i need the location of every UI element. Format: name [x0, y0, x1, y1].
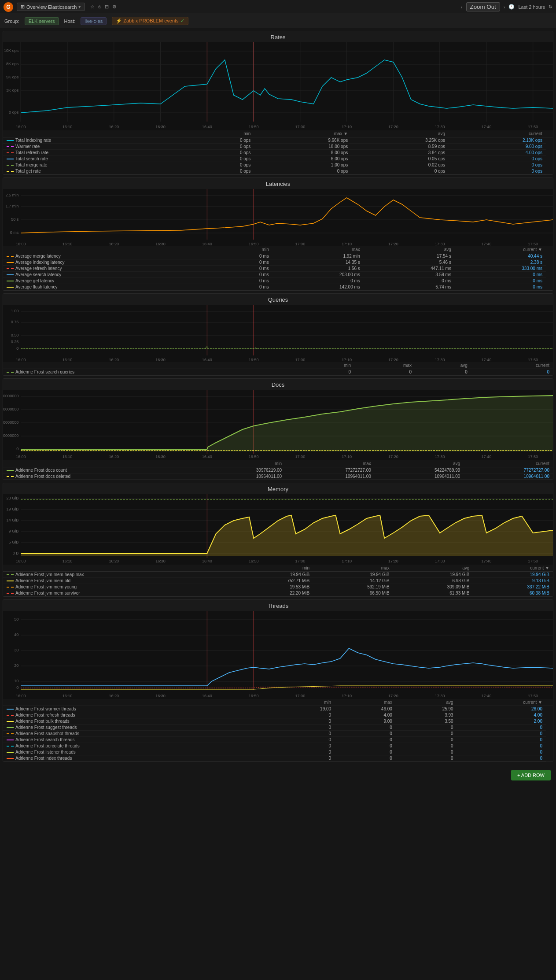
svg-text:17:00: 17:00: [295, 559, 306, 563]
star-icon[interactable]: ☆: [90, 4, 95, 10]
legend-label: Total search rate: [3, 156, 190, 162]
svg-text:17:10: 17:10: [342, 694, 352, 698]
legend-row: Average get latency 0 ms 0 ms 0 ms 0 ms: [3, 278, 553, 284]
svg-text:16:40: 16:40: [202, 125, 212, 129]
legend-current: 9.00 ops: [449, 144, 546, 150]
zabbix-filter[interactable]: ⚡ Zabbix PROBLEM events ✓: [112, 17, 188, 25]
chevron-left-icon[interactable]: ‹: [461, 4, 463, 10]
latencies-panel: Latencies 2.5 min 1.7 min 50 s 0 ms 16:0…: [3, 178, 553, 291]
svg-text:5K ops: 5K ops: [6, 75, 19, 79]
memory-svg: 23 GiB 19 GiB 14 GiB 9 GiB 5 GiB 0 B 16:…: [3, 494, 553, 565]
svg-text:16:00: 16:00: [16, 358, 26, 362]
legend-row: Adrienne Frost jvm mem heap max 19.94 Gi…: [3, 572, 553, 578]
legend-label: Adrienne Frost docs deleted: [3, 473, 196, 480]
legend-avg: 17.54 s: [364, 253, 455, 259]
svg-text:16:30: 16:30: [155, 694, 166, 698]
legend-current: 337.22 MiB: [473, 584, 553, 590]
svg-text:17:30: 17:30: [435, 559, 445, 563]
group-filter[interactable]: ELK servers: [25, 17, 59, 25]
legend-row: Adrienne Frost suggest threads 0 0 0 0: [3, 725, 553, 731]
legend-current: 0: [471, 369, 553, 375]
refresh-icon[interactable]: ↻: [549, 4, 552, 10]
svg-text:16:10: 16:10: [63, 455, 73, 459]
share-icon[interactable]: ⎋: [98, 4, 101, 10]
svg-text:14 GiB: 14 GiB: [7, 518, 19, 522]
svg-text:17:50: 17:50: [528, 559, 538, 563]
svg-text:0 B: 0 B: [13, 551, 19, 555]
queries-legend: min max avg current Adrienne Frost searc…: [3, 362, 553, 375]
svg-text:17:40: 17:40: [482, 694, 492, 698]
legend-max: 0 ms: [272, 278, 364, 284]
legend-max: 1.92 min: [272, 253, 364, 259]
legend-current: 2.00: [457, 718, 546, 725]
svg-text:1.7 min: 1.7 min: [6, 204, 19, 208]
svg-text:17:50: 17:50: [528, 125, 538, 129]
svg-text:17:50: 17:50: [528, 358, 538, 362]
legend-current: 2.38 s: [455, 259, 546, 266]
legend-min: 0 ms: [217, 284, 272, 290]
rates-legend-header-min: min: [190, 130, 254, 137]
legend-max: 532.19 MiB: [313, 584, 393, 590]
docs-chart: 80000000 60000000 40000000 20000000 0 16…: [3, 390, 553, 460]
zoom-out-button[interactable]: Zoom Out: [466, 2, 500, 11]
legend-row: Adrienne Frost docs count 30976219.00 77…: [3, 467, 553, 473]
svg-text:16:10: 16:10: [63, 242, 73, 246]
svg-text:0 ms: 0 ms: [10, 230, 19, 235]
legend-row: Average refresh latency 0 ms 1.56 s 447.…: [3, 266, 553, 272]
svg-text:17:20: 17:20: [388, 694, 398, 698]
svg-text:17:30: 17:30: [435, 694, 445, 698]
legend-label: Adrienne Frost warmer threads: [3, 706, 273, 712]
legend-avg: 6.98 GiB: [393, 578, 473, 584]
legend-avg: 3.84 ops: [351, 150, 449, 156]
legend-label: Adrienne Frost suggest threads: [3, 725, 273, 731]
legend-label: Adrienne Frost jvm mem heap max: [3, 572, 233, 578]
legend-label: Adrienne Frost listener threads: [3, 749, 273, 755]
legend-row: Adrienne Frost search threads 0 0 0 0: [3, 737, 553, 743]
legend-avg: 3.50: [396, 718, 457, 725]
legend-min: 0 ms: [217, 259, 272, 266]
svg-text:17:50: 17:50: [528, 242, 538, 246]
legend-max: 6.00 ops: [254, 156, 351, 162]
dashboard-tab[interactable]: ⊞ Overview Elasticsearch ▾: [17, 3, 85, 11]
svg-text:40000000: 40000000: [3, 420, 18, 425]
svg-text:17:30: 17:30: [435, 358, 445, 362]
svg-text:30: 30: [14, 648, 18, 652]
add-row-section: + ADD ROW: [0, 765, 556, 791]
legend-current: 0: [457, 731, 546, 737]
top-bar: G ⊞ Overview Elasticsearch ▾ ☆ ⎋ ⊟ ⚙ ‹ Z…: [0, 0, 556, 14]
svg-text:17:00: 17:00: [295, 358, 306, 362]
legend-min: 19.94 GiB: [233, 572, 313, 578]
host-filter[interactable]: live-c-es: [81, 17, 107, 25]
legend-max: 0: [335, 743, 396, 749]
layout-icon[interactable]: ⊟: [105, 4, 109, 10]
legend-max: 4.00: [335, 712, 396, 718]
svg-text:20: 20: [14, 663, 18, 668]
threads-chart: 50 40 30 20 10 0 16:00 16:10 16:20 16:30…: [3, 611, 553, 699]
svg-text:17:10: 17:10: [342, 358, 352, 362]
legend-current: 0 ms: [455, 278, 546, 284]
svg-text:16:50: 16:50: [249, 358, 259, 362]
time-range-label[interactable]: Last 2 hours: [518, 4, 545, 10]
svg-text:16:40: 16:40: [202, 559, 212, 563]
settings-icon[interactable]: ⚙: [112, 4, 117, 10]
legend-avg: 0: [396, 749, 457, 755]
toolbar-icons: ☆ ⎋ ⊟ ⚙: [90, 4, 117, 10]
svg-text:17:50: 17:50: [528, 694, 538, 698]
legend-row: Average indexing latency 0 ms 14.35 s 5.…: [3, 259, 553, 266]
legend-min: 22.20 MiB: [233, 590, 313, 596]
rates-svg: 10K ops 8K ops 5K ops 3K ops 0 ops 16:00…: [3, 42, 553, 130]
legend-max: 0: [335, 737, 396, 743]
legend-min: 0 ms: [217, 253, 272, 259]
threads-svg: 50 40 30 20 10 0 16:00 16:10 16:20 16:30…: [3, 611, 553, 699]
threads-title: Threads: [3, 600, 553, 611]
svg-text:16:20: 16:20: [109, 559, 119, 563]
svg-text:16:00: 16:00: [16, 694, 26, 698]
svg-text:9 GiB: 9 GiB: [9, 529, 19, 533]
svg-text:16:10: 16:10: [63, 125, 73, 129]
docs-legend: min max avg current Adrienne Frost docs …: [3, 460, 553, 480]
legend-avg: 0: [415, 369, 471, 375]
legend-avg: 61.93 MiB: [393, 590, 473, 596]
legend-min: 0 ops: [190, 168, 254, 174]
chevron-right-icon[interactable]: ›: [504, 4, 505, 10]
add-row-button[interactable]: + ADD ROW: [511, 770, 551, 780]
